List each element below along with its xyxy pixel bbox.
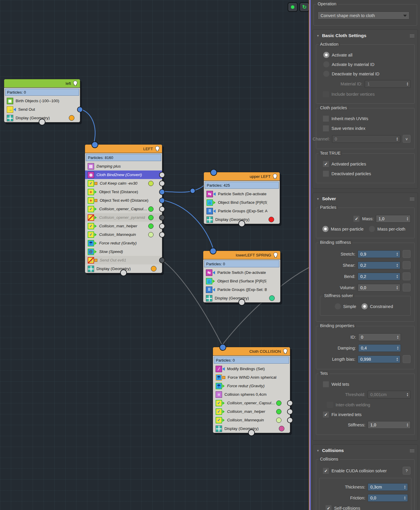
spinner[interactable]: ▲▼ [405, 391, 410, 398]
operator-row[interactable]: ∕Modify Bindings (Set) [213, 365, 290, 373]
operator-row[interactable]: →Send Out [4, 105, 80, 114]
volume-field[interactable]: 0,0▲▼ [358, 284, 400, 292]
spinner[interactable]: ▲▼ [395, 262, 399, 269]
operator-row[interactable]: ◉Cloth Bind2new (Convert) [85, 170, 162, 179]
deactivate-by-material-id-radio[interactable] [323, 71, 329, 77]
spinner[interactable]: ▲▼ [395, 136, 399, 142]
operator-row[interactable]: ✓Collision_Mannequin [85, 230, 162, 239]
node-graph-canvas[interactable]: leftParticles: 0▣Birth Objects (-100--10… [0, 0, 311, 510]
gate-indicator[interactable] [148, 206, 154, 212]
output-socket[interactable] [39, 119, 46, 125]
gate-indicator[interactable] [276, 400, 281, 406]
node-cloth-collision[interactable]: Cloth COLLISIONParticles: 0∕Modify Bindi… [213, 347, 290, 433]
output-socket[interactable] [239, 299, 245, 306]
input-socket[interactable] [219, 344, 226, 351]
simple-radio[interactable] [335, 303, 341, 309]
output-socket[interactable] [159, 172, 165, 178]
operator-row[interactable]: ⇆Particle Switch (De-activate … [203, 268, 280, 277]
input-socket[interactable] [91, 141, 98, 148]
output-socket[interactable] [159, 181, 165, 186]
input-socket[interactable] [210, 248, 216, 254]
mass-checkbox[interactable]: ✓ [353, 216, 360, 222]
spinner[interactable]: ▲▼ [405, 422, 410, 428]
friction-field[interactable]: 0,0▲▼ [368, 494, 408, 502]
display-color-swatch[interactable] [269, 217, 274, 222]
bulb-icon[interactable] [273, 173, 277, 179]
operator-row[interactable]: ☂Force WIND Anim spherical (… [213, 373, 290, 382]
output-socket[interactable] [287, 400, 293, 406]
output-socket[interactable] [287, 417, 293, 423]
operator-row[interactable]: ⠶Collision spheres 0,4cm [213, 390, 290, 399]
operator-row[interactable]: +Object Test ev40 (Distance) [85, 196, 162, 205]
keyframe-button[interactable] [403, 355, 411, 363]
bulb-icon[interactable] [73, 80, 78, 86]
spinner[interactable]: ▲▼ [405, 81, 410, 87]
operator-row[interactable]: ▤Damping plus [85, 162, 162, 170]
keyframe-button[interactable] [403, 284, 411, 292]
operator-row[interactable]: ✓Collision_opener_Capsul… [85, 205, 162, 213]
output-socket[interactable] [159, 189, 165, 195]
activated-particles-checkbox[interactable]: ✓ [323, 161, 329, 167]
operator-row[interactable]: →Send Out ev61 [85, 256, 162, 264]
gate-indicator[interactable] [148, 215, 154, 220]
spinner[interactable]: ▲▼ [405, 216, 410, 222]
operator-row[interactable]: +Object Test (Distance) [85, 188, 162, 196]
channel-field[interactable]: 0▲▼ [332, 135, 400, 143]
activate-by-material-id-radio[interactable] [323, 61, 329, 67]
mass-per-particle-radio[interactable] [322, 226, 329, 232]
operator-row[interactable]: ⌂Object Bind (Surface [P|R|S]) [204, 198, 280, 207]
operator-row[interactable]: ⌂Object Bind (Surface [P|R|S]) [203, 277, 280, 285]
display-color-swatch[interactable] [151, 266, 156, 271]
spinner[interactable]: ▲▼ [395, 356, 399, 362]
constrained-radio[interactable] [361, 303, 368, 309]
deactivated-particles-checkbox[interactable] [323, 170, 329, 177]
refresh-button[interactable]: ↻ [299, 2, 309, 12]
mass-field[interactable]: 1,0▲▼ [376, 215, 411, 223]
operator-row[interactable]: ✓Collision_man_helper [85, 222, 162, 230]
output-socket[interactable] [77, 107, 83, 112]
stretch-field[interactable]: 0,9▲▼ [358, 250, 400, 258]
keyframe-button[interactable] [403, 250, 411, 258]
activate-all-radio[interactable] [323, 52, 329, 58]
include-border-vertices-checkbox[interactable] [323, 91, 329, 97]
self-collisions-checkbox[interactable]: ✓ [325, 505, 332, 510]
bend-field[interactable]: 0,2▲▼ [358, 273, 400, 280]
operator-row[interactable]: ✓Collision_Mannequin [213, 416, 290, 424]
bulb-icon[interactable] [273, 252, 278, 258]
rollout-header[interactable]: ▼Collisions [315, 445, 416, 455]
operator-row[interactable]: ⠿Particle Groups ([Exp-Set: B]) [203, 285, 280, 294]
spinner[interactable]: ▲▼ [395, 284, 399, 291]
inherit-mesh-uvws-checkbox[interactable] [323, 115, 329, 122]
wire-junction-dot[interactable] [190, 188, 195, 193]
gate-indicator[interactable] [148, 181, 154, 186]
operation-dropdown[interactable]: Convert shape mesh to cloth [318, 11, 409, 19]
help-button[interactable]: ? [403, 467, 411, 475]
output-socket[interactable] [159, 232, 165, 238]
operator-row[interactable]: ▣Birth Objects (-100--100) [4, 97, 80, 105]
output-socket[interactable] [248, 429, 255, 436]
output-socket[interactable] [159, 257, 165, 263]
stiffness-field[interactable]: 1,0▲▼ [368, 421, 411, 429]
operator-row[interactable]: ☂Force reduz (Gravity) [85, 239, 162, 247]
node-upper-left[interactable]: upper LEFTParticles: 425⇆Particle Switch… [204, 172, 280, 224]
gate-indicator[interactable] [148, 223, 154, 229]
shear-field[interactable]: 0,2▲▼ [358, 261, 400, 269]
node-left[interactable]: leftParticles: 0▣Birth Objects (-100--10… [4, 79, 80, 122]
gate-indicator[interactable] [276, 409, 281, 414]
weld-tets-checkbox[interactable] [323, 381, 329, 388]
status-button[interactable] [288, 2, 298, 12]
material-id-field[interactable]: 1▲▼ [365, 80, 411, 88]
operator-row[interactable]: ✓Collision_opener_Capsul… [213, 399, 290, 407]
operator-row[interactable]: ⠿Particle Groups ([Exp-Set: A]) [204, 207, 280, 215]
keyframe-button[interactable] [403, 261, 411, 269]
damping-field[interactable]: 0,4▲▼ [358, 344, 401, 352]
fix-inverted-tets-checkbox[interactable]: ✓ [323, 411, 329, 418]
drag-grip-icon[interactable] [410, 34, 414, 37]
spinner[interactable]: ▲▼ [395, 251, 399, 257]
bulb-icon[interactable] [283, 348, 288, 354]
output-socket[interactable] [159, 215, 165, 221]
spinner[interactable]: ▲▼ [403, 484, 407, 490]
display-color-swatch[interactable] [279, 426, 284, 431]
output-socket[interactable] [120, 269, 127, 276]
id-field[interactable]: 0▲▼ [358, 333, 401, 341]
